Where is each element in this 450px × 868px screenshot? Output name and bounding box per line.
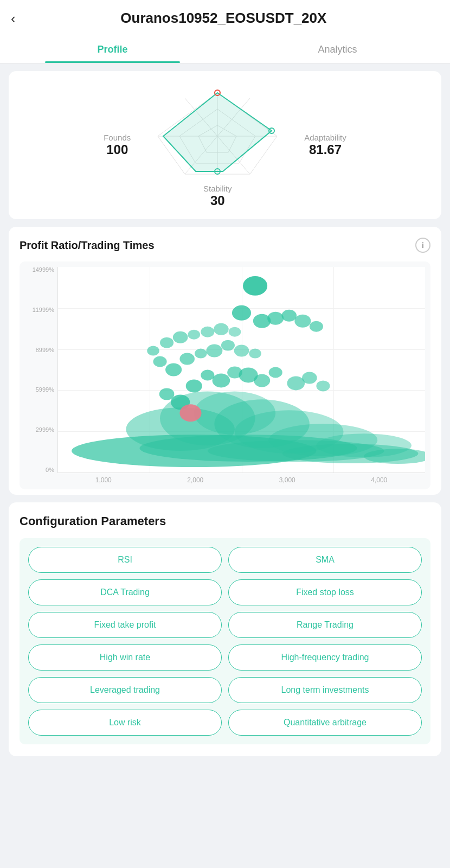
svg-point-47 [201, 327, 214, 337]
x-axis: 1,000 2,000 3,000 4,000 [20, 476, 425, 484]
tab-analytics[interactable]: Analytics [225, 36, 450, 63]
svg-point-43 [147, 346, 159, 356]
tag-leveraged-trading[interactable]: Leveraged trading [28, 677, 222, 703]
chart-area: 14999% 11999% 8999% 5999% 2999% 0% [20, 261, 430, 489]
svg-point-30 [254, 374, 270, 387]
svg-point-48 [214, 323, 229, 335]
svg-point-41 [234, 345, 249, 357]
svg-point-37 [179, 353, 195, 365]
svg-point-22 [316, 433, 412, 457]
tag-sma[interactable]: SMA [228, 547, 422, 573]
svg-point-25 [186, 379, 202, 392]
svg-point-36 [153, 356, 167, 367]
config-title: Configuration Parameters [20, 514, 430, 528]
back-button[interactable]: ‹ [11, 11, 16, 25]
svg-point-56 [310, 321, 323, 332]
tag-quantitative-arbitrage[interactable]: Quantitative arbitrage [228, 710, 422, 736]
header: ‹ Ouranos10952_EOSUSDT_20X [0, 0, 450, 36]
svg-point-33 [302, 372, 317, 384]
radar-center: Stability 30 [147, 82, 288, 208]
page-title: Ouranos10952_EOSUSDT_20X [24, 10, 423, 27]
svg-point-50 [243, 276, 267, 296]
radar-chart [147, 82, 288, 180]
tag-fixed-take-profit[interactable]: Fixed take profit [28, 612, 222, 638]
svg-point-57 [179, 404, 201, 422]
svg-point-34 [316, 380, 330, 391]
tag-fixed-stop-loss[interactable]: Fixed stop loss [228, 579, 422, 605]
tabs-container: Profile Analytics [0, 36, 450, 63]
svg-point-54 [281, 310, 297, 322]
svg-marker-7 [163, 93, 272, 171]
svg-point-46 [188, 330, 200, 340]
svg-point-53 [267, 312, 284, 325]
svg-point-38 [195, 349, 207, 359]
tag-low-risk[interactable]: Low risk [28, 710, 222, 736]
svg-point-24 [159, 388, 175, 400]
founds-label: Founds 100 [104, 133, 131, 157]
y-axis: 14999% 11999% 8999% 5999% 2999% 0% [20, 267, 57, 473]
svg-point-27 [213, 373, 230, 387]
config-card: Configuration Parameters RSI SMA DCA Tra… [9, 502, 441, 756]
stability-label: Stability 30 [203, 184, 232, 208]
radar-card: Founds 100 Stability 30 Adaptability [9, 71, 441, 219]
svg-point-55 [294, 315, 311, 328]
chart-card: Profit Ratio/Trading Times i 14999% 1199… [9, 227, 441, 495]
tag-long-term-investments[interactable]: Long term investments [228, 677, 422, 703]
svg-point-44 [160, 337, 173, 348]
tag-high-win-rate[interactable]: High win rate [28, 644, 222, 671]
svg-point-40 [221, 340, 235, 351]
chart-header: Profit Ratio/Trading Times i [20, 238, 430, 253]
svg-point-31 [269, 367, 282, 378]
scatter-svg [58, 267, 425, 473]
adaptability-label: Adaptability 81.67 [304, 133, 346, 157]
svg-point-49 [229, 327, 241, 337]
svg-point-39 [206, 344, 222, 358]
tag-high-frequency-trading[interactable]: High-frequency trading [228, 644, 422, 671]
svg-point-45 [173, 331, 188, 343]
svg-point-26 [201, 370, 214, 381]
config-tags-grid: RSI SMA DCA Trading Fixed stop loss Fixe… [20, 538, 430, 744]
info-icon[interactable]: i [415, 238, 430, 253]
svg-point-35 [165, 363, 182, 376]
svg-point-42 [249, 349, 261, 359]
tag-dca-trading[interactable]: DCA Trading [28, 579, 222, 605]
tag-rsi[interactable]: RSI [28, 547, 222, 573]
svg-point-51 [232, 305, 251, 321]
tab-profile[interactable]: Profile [0, 36, 225, 63]
scatter-plot [57, 267, 425, 473]
chart-title: Profit Ratio/Trading Times [20, 239, 155, 252]
tag-range-trading[interactable]: Range Trading [228, 612, 422, 638]
